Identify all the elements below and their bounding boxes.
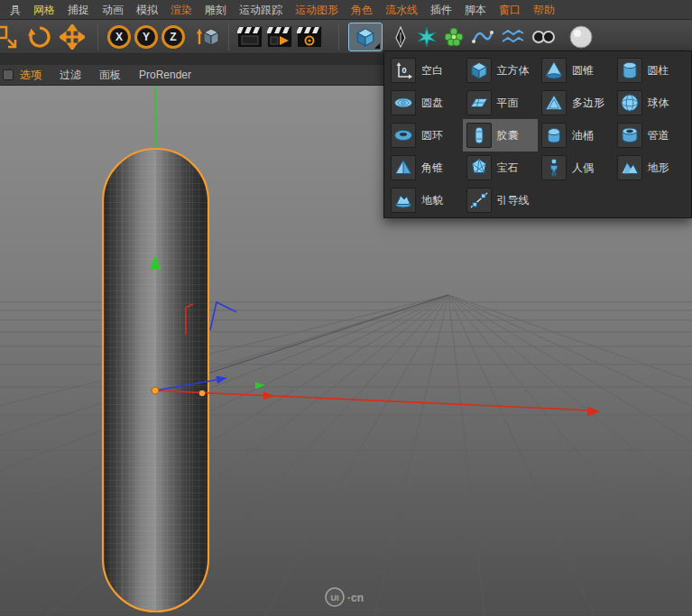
viewbar-filter[interactable]: 过滤 xyxy=(60,68,81,83)
arc-spline-button[interactable] xyxy=(471,25,494,49)
toolbar-separator xyxy=(97,23,98,51)
menubar-item[interactable]: 角色 xyxy=(345,0,379,20)
pen-tool-icon xyxy=(390,25,411,49)
coordinate-system-icon xyxy=(196,25,223,49)
axis-lock-z-label: Z xyxy=(170,31,176,43)
primitives-dropdown-menu: 0 空白 立方体 圆锥 圆柱 圆盘 平面 多边形 xyxy=(383,51,692,218)
axis-lock-y-label: Y xyxy=(143,31,150,43)
cube-icon xyxy=(466,58,492,83)
menubar-item[interactable]: 具 xyxy=(4,0,27,20)
menubar-item[interactable]: 流水线 xyxy=(379,0,424,20)
primitive-menu-item[interactable]: 胶囊 xyxy=(463,119,539,152)
viewport-panel-icon[interactable] xyxy=(3,69,14,80)
menubar-item[interactable]: 帮助 xyxy=(527,0,561,20)
primitive-menu-item[interactable]: 0 空白 xyxy=(387,54,463,87)
primitive-menu-item[interactable]: 引导线 xyxy=(463,184,539,216)
primitive-menu-item[interactable]: 管道 xyxy=(614,119,689,152)
pyramid-icon xyxy=(391,155,416,180)
menubar-item[interactable]: 运动图形 xyxy=(289,0,345,20)
axis-lock-y-button[interactable]: Y xyxy=(134,25,158,49)
primitive-menu-item[interactable]: 人偶 xyxy=(538,152,614,184)
axis-lock-x-label: X xyxy=(115,31,123,43)
main-menubar: 具 网格 捕捉 动画 模拟 渲染 雕刻 运动跟踪 运动图形 角色 流水线 插件 … xyxy=(0,0,692,20)
relief-icon xyxy=(391,188,416,213)
torus-icon xyxy=(391,123,416,148)
capsule-icon xyxy=(466,123,492,148)
primitive-menu-item[interactable]: 平面 xyxy=(463,87,539,119)
sphere-tool-icon xyxy=(568,24,594,50)
move-tool-icon xyxy=(60,24,85,50)
axis-lock-x-button[interactable]: X xyxy=(107,25,131,49)
coordinate-system-button[interactable] xyxy=(196,25,223,49)
viewbar-prorender[interactable]: ProRender xyxy=(139,69,191,81)
render-settings-button[interactable] xyxy=(297,26,322,48)
cone-icon xyxy=(541,58,567,83)
primitive-menu-item[interactable]: 地形 xyxy=(614,152,689,184)
primitive-menu-item[interactable]: 圆盘 xyxy=(387,87,463,119)
sphere-tool-button[interactable] xyxy=(568,24,594,50)
scale-tool-button[interactable] xyxy=(0,23,18,51)
watermark-suffix-text: ·cn xyxy=(347,592,364,604)
circles-spline-button[interactable] xyxy=(531,25,556,49)
primitives-dropdown-button[interactable] xyxy=(348,23,383,51)
plane-icon xyxy=(466,90,492,115)
rotate-tool-button[interactable] xyxy=(27,24,52,50)
flower-spline-icon xyxy=(442,25,466,49)
toolbar-separator xyxy=(338,23,339,51)
viewbar-options[interactable]: 选项 xyxy=(20,68,42,83)
toolbar-separator xyxy=(228,23,229,51)
primitive-menu-item[interactable]: 角锥 xyxy=(387,152,463,184)
primitive-menu-item[interactable]: 立方体 xyxy=(463,54,539,87)
render-picture-viewer-icon xyxy=(267,26,292,48)
primitive-menu-item[interactable]: 球体 xyxy=(614,87,689,119)
capsule-object[interactable] xyxy=(103,149,208,611)
main-toolbar: X Y Z xyxy=(0,20,692,54)
polygon-icon xyxy=(541,90,567,115)
move-tool-button[interactable] xyxy=(60,24,85,50)
zigzag-spline-button[interactable] xyxy=(500,25,525,49)
scale-tool-icon xyxy=(0,23,18,51)
zigzag-spline-icon xyxy=(500,25,525,49)
viewbar-panel[interactable]: 面板 xyxy=(99,68,121,83)
menubar-item[interactable]: 动画 xyxy=(96,0,130,20)
flower-spline-button[interactable] xyxy=(442,25,466,49)
axis-lock-z-button[interactable]: Z xyxy=(161,25,185,49)
menubar-item[interactable]: 雕刻 xyxy=(198,0,233,20)
tube-icon xyxy=(617,123,642,148)
gem-icon xyxy=(466,155,492,180)
menubar-item[interactable]: 运动跟踪 xyxy=(233,0,289,20)
circles-spline-icon xyxy=(531,25,556,49)
figure-icon xyxy=(541,155,567,180)
menubar-item[interactable]: 脚本 xyxy=(458,0,493,20)
guide-icon xyxy=(466,188,492,213)
render-picture-viewer-button[interactable] xyxy=(267,26,292,48)
menubar-item[interactable]: 网格 xyxy=(27,0,61,20)
render-settings-icon xyxy=(297,26,322,48)
null-icon: 0 xyxy=(391,58,416,83)
sphere-icon xyxy=(617,90,642,115)
menubar-item[interactable]: 窗口 xyxy=(493,0,527,20)
primitive-menu-item[interactable]: 圆锥 xyxy=(538,54,614,87)
landscape-icon xyxy=(617,155,642,180)
menubar-item[interactable]: 渲染 xyxy=(164,0,198,20)
primitive-menu-item[interactable]: 多边形 xyxy=(538,87,614,119)
menubar-item[interactable]: 插件 xyxy=(424,0,458,20)
disc-icon xyxy=(391,90,416,115)
primitive-menu-item[interactable]: 圆柱 xyxy=(614,54,689,87)
dropdown-corner-indicator xyxy=(374,43,380,49)
primitive-menu-item[interactable]: 油桶 xyxy=(538,119,614,152)
gizmo-x-dot-handle[interactable] xyxy=(199,391,205,396)
gizmo-origin-handle[interactable] xyxy=(152,387,159,394)
menubar-item[interactable]: 捕捉 xyxy=(61,0,96,20)
star-spline-button[interactable] xyxy=(415,25,438,49)
oiltank-icon xyxy=(541,123,567,148)
primitive-menu-item[interactable]: 地貌 xyxy=(387,184,463,216)
primitive-menu-item[interactable]: 圆环 xyxy=(387,119,463,152)
primitive-menu-item[interactable]: 宝石 xyxy=(463,152,539,184)
menubar-item[interactable]: 模拟 xyxy=(130,0,164,20)
rotate-tool-icon xyxy=(27,24,52,50)
watermark-logo-text: UI xyxy=(331,593,339,602)
render-view-button[interactable] xyxy=(237,26,263,48)
pen-tool-button[interactable] xyxy=(390,25,411,49)
arc-spline-icon xyxy=(471,25,494,49)
